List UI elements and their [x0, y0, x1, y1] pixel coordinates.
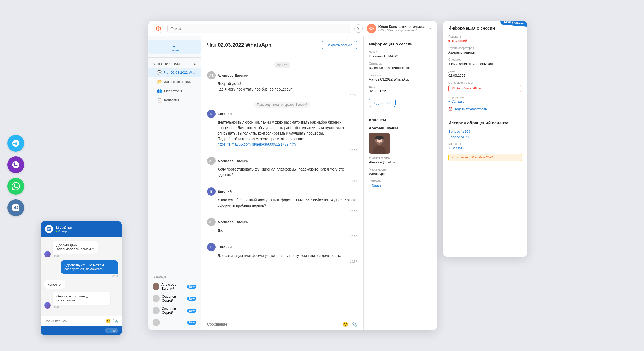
sender-name-5: Алексеев Евгений — [218, 220, 248, 224]
message-sender-4: Е Евгений — [207, 187, 357, 196]
lc-title: LiveChat — [56, 225, 72, 230]
message-group-3: АЕ Алексеев Евгений Хочу протестировать … — [207, 157, 357, 183]
attachment-icon[interactable]: 📎 — [351, 321, 357, 327]
w-appeals-link[interactable]: + Связать — [448, 99, 522, 103]
w-op-group-field: Группа операторов Администраторы — [448, 46, 522, 54]
queue-badge-2: New — [187, 309, 196, 313]
msg-avatar-2: Е — [207, 110, 216, 118]
name-label: Название — [369, 73, 432, 77]
whatsapp-icon[interactable] — [7, 178, 24, 195]
svg-rect-2 — [173, 45, 177, 45]
sender-name-0: Алексеев Евгений — [218, 73, 248, 77]
contacts-link-si[interactable]: + Связь — [369, 183, 432, 187]
queue-item-2[interactable]: Семенов Сергей New — [148, 305, 201, 317]
main-content: Линии Активные сессии ▲ 💬 Чат 02.03.2022… — [148, 36, 437, 330]
lc-bot-avatar-0 — [44, 251, 51, 257]
user-info[interactable]: ЮК Юлия Константинопольская ООО "Мосгосс… — [367, 24, 432, 33]
account-label: Учетная запись — [369, 156, 432, 159]
w-contacts-link[interactable]: + Связать — [448, 146, 522, 150]
main-container: ? ЮК Юлия Константинопольская ООО "Мосго… — [148, 21, 527, 330]
w-priority-value: Высокий — [448, 39, 522, 43]
w-history-link-0[interactable]: Вопрос №299 — [448, 130, 522, 134]
sidebar-operators[interactable]: 👥 Операторы — [148, 86, 201, 95]
lc-input[interactable] — [44, 319, 104, 323]
sidebar-active-session-item[interactable]: 💬 Чат 02.03.2022 W... — [148, 68, 201, 77]
w-date-value: 02.03.2022 — [448, 73, 522, 77]
close-session-button[interactable]: Закрыть сессию — [322, 41, 357, 49]
message-time-4: 10:55 — [218, 209, 357, 214]
message-group-0: АЕ Алексеев Евгений Добрый день!Где я мо… — [207, 71, 357, 98]
queue-section: ОЧЕРЕДЬ Алексеев Евгений New Семенов Сер… — [148, 272, 201, 330]
user-company: ООО "Мосгосстройломай" — [378, 29, 426, 32]
message-sender-0: АЕ Алексеев Евгений — [207, 71, 357, 79]
line-field: Линия Продажи ELMA365 — [369, 50, 432, 58]
msg-avatar-0: АЕ — [207, 71, 216, 79]
queue-item-0[interactable]: Алексеев Евгений New — [148, 280, 201, 292]
w-op-group-label: Группа операторов — [448, 46, 522, 50]
sidebar: Линии Активные сессии ▲ 💬 Чат 02.03.2022… — [148, 36, 201, 330]
queue-badge-1: New — [187, 297, 196, 301]
sidebar-nav-item-lines[interactable]: Линии — [148, 40, 201, 54]
message-time-0: 10:53 — [218, 93, 357, 98]
msg-avatar-3: АЕ — [207, 157, 216, 165]
messenger-value: WhatsApp — [369, 172, 432, 176]
queue-item-1[interactable]: Семенов Сергей New — [148, 292, 201, 305]
sidebar-closed-sessions[interactable]: 📁 Закрытые сессии — [148, 77, 201, 86]
w-appeals-label: Обращения — [448, 95, 522, 99]
message-link-2[interactable]: https://elma365.com/ru/help/360008121732… — [218, 142, 296, 146]
lc-attachment-icon[interactable]: 📎 — [113, 318, 118, 323]
search-input[interactable] — [167, 24, 350, 33]
queue-avatar-3 — [153, 319, 160, 326]
message-sender-3: АЕ Алексеев Евгений — [207, 157, 357, 165]
chat-messages: 22 мая АЕ Алексеев Евгений Добрый день!Г… — [201, 54, 363, 318]
lc-bot-text-0: Добрый день!Как я могу вам помочь? — [53, 241, 98, 254]
queue-badge-3: New — [187, 321, 196, 325]
lc-plain-text-2: Конечно! — [44, 280, 65, 289]
w-appeals-field: Обращения + Связать — [448, 95, 522, 103]
chat-input[interactable] — [207, 322, 339, 326]
contacts-field-si: Контакты + Связь — [369, 179, 432, 187]
warning-icon: ⚠ — [452, 156, 455, 159]
sender-name-2: Евгений — [218, 112, 232, 116]
w-op-group-value: Администраторы — [448, 50, 522, 54]
sender-name-3: Алексеев Евгений — [218, 159, 248, 163]
message-sender-2: Е Евгений — [207, 110, 357, 118]
emoji-icon[interactable]: 😊 — [342, 321, 348, 327]
help-button[interactable]: ? — [354, 24, 363, 33]
queue-avatar-2 — [153, 307, 160, 314]
msg-avatar-5: АЕ — [207, 218, 216, 226]
date-label: Дата — [369, 85, 432, 88]
lc-time-3: 00:31 — [53, 306, 110, 309]
lc-time-1: 00:31 — [44, 274, 118, 277]
vk-icon[interactable] — [7, 199, 24, 216]
lines-icon — [172, 42, 178, 48]
widgets-panel: NEW Виджеты Информация о сессии Приорите… — [443, 21, 527, 257]
w-priority-label: Приоритет — [448, 35, 522, 38]
viber-icon[interactable] — [7, 156, 24, 173]
chevron-down-icon: ▼ — [428, 27, 432, 30]
w-history-title: История обращений клиента — [448, 121, 522, 125]
lc-emoji-icon[interactable]: 😊 — [106, 318, 111, 323]
message-group-4: Е Евгений У нас есть бесплатный доступ к… — [207, 187, 357, 214]
clients-title: Клиенты — [369, 118, 432, 122]
sender-name-4: Евгений — [218, 189, 232, 193]
line-label: Линия — [369, 50, 432, 54]
action-button[interactable]: + Действие — [369, 99, 396, 107]
msg-avatar-4: Е — [207, 187, 216, 196]
w-history-link-1[interactable]: Вопрос №298 — [448, 135, 522, 139]
message-group-2: Е Евгений Деятельность любой компании мо… — [207, 110, 357, 153]
w-time-label: Оставшееся время — [448, 81, 522, 84]
active-sessions-header[interactable]: Активные сессии ▲ — [148, 60, 201, 68]
message-bubble-0: Добрый день!Где я могу прочитать про биз… — [218, 81, 357, 98]
sidebar-contacts[interactable]: 📋 Контакты — [148, 95, 201, 105]
operator-field: Оператор Юлия Константинопольская — [369, 62, 432, 70]
telegram-icon[interactable] — [7, 135, 24, 152]
queue-badge-0: New — [187, 285, 196, 289]
message-bubble-5: Да. 10:56 — [218, 228, 357, 239]
lc-title-block: LiveChat ● 8 сотр. — [56, 225, 72, 233]
queue-item-3[interactable]: New — [148, 317, 201, 328]
name-field: Название Чат 02.03.2022 WhatsApp — [369, 73, 432, 81]
w-labor-link[interactable]: ⏰ Подать трудозатраты — [448, 107, 522, 111]
lc-status: ● 8 сотр. — [56, 230, 72, 233]
w-labor-field: ⏰ Подать трудозатраты — [448, 107, 522, 111]
